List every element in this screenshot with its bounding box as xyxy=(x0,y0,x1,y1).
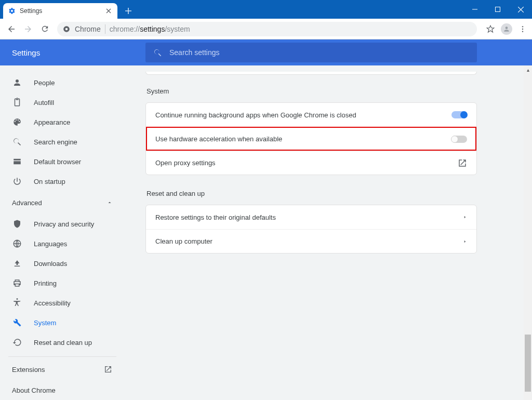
chrome-page-icon xyxy=(62,25,71,33)
svg-point-2 xyxy=(65,28,68,30)
sidebar-item-label: Downloads xyxy=(34,260,67,268)
scroll-up-button[interactable]: ▴ xyxy=(524,65,532,74)
forward-button xyxy=(21,22,35,36)
chevron-right-icon xyxy=(463,238,467,245)
settings-header: Settings xyxy=(0,39,532,65)
main-panel: System Continue running background apps … xyxy=(125,65,532,400)
sidebar-item-languages[interactable]: Languages xyxy=(0,234,125,254)
wrench-icon xyxy=(12,317,22,328)
sidebar-item-label: On startup xyxy=(34,178,65,185)
svg-point-3 xyxy=(522,26,523,27)
scrollbar-thumb[interactable] xyxy=(525,335,531,392)
omnibox-separator xyxy=(105,24,105,34)
row-background-apps[interactable]: Continue running background apps when Go… xyxy=(146,103,476,127)
section-title-system: System xyxy=(147,87,477,95)
row-label: Open proxy settings xyxy=(155,159,216,167)
omnibox-chip: Chrome xyxy=(75,25,101,33)
chevron-right-icon xyxy=(463,214,467,220)
sidebar-item-extensions[interactable]: Extensions xyxy=(0,359,125,380)
window-titlebar: Settings xyxy=(0,0,532,19)
sidebar-item-label: System xyxy=(34,319,56,327)
sidebar-item-label: Extensions xyxy=(12,366,45,374)
row-label: Use hardware acceleration when available xyxy=(155,135,282,143)
window-controls xyxy=(463,0,532,19)
sidebar-item-label: Printing xyxy=(34,279,57,287)
open-in-new-icon xyxy=(458,158,467,168)
omnibox[interactable]: Chrome chrome://settings/system xyxy=(57,22,477,36)
svg-point-5 xyxy=(522,31,523,32)
sidebar-item-privacy[interactable]: Privacy and security xyxy=(0,214,125,234)
sidebar-advanced-label: Advanced xyxy=(12,199,42,207)
sidebar-item-label: Privacy and security xyxy=(34,220,94,228)
browser-icon xyxy=(12,156,22,167)
section-title-reset: Reset and clean up xyxy=(147,190,477,197)
close-icon[interactable] xyxy=(105,7,112,15)
sidebar-divider xyxy=(8,356,116,357)
browser-tab[interactable]: Settings xyxy=(3,3,117,19)
row-restore-defaults[interactable]: Restore settings to their original defau… xyxy=(146,205,476,229)
omnibox-url: chrome://settings/system xyxy=(110,25,190,33)
sidebar-item-appearance[interactable]: Appearance xyxy=(0,112,125,132)
sidebar-item-downloads[interactable]: Downloads xyxy=(0,254,125,273)
content-area: People Autofill Appearance Search engine… xyxy=(0,65,532,400)
sidebar-item-search-engine[interactable]: Search engine xyxy=(0,132,125,152)
sidebar-item-about[interactable]: About Chrome xyxy=(0,380,125,400)
sidebar-item-label: Search engine xyxy=(34,138,77,146)
sidebar-item-label: About Chrome xyxy=(12,386,56,394)
scrollbar-track[interactable]: ▴ xyxy=(524,65,532,400)
row-label: Continue running background apps when Go… xyxy=(155,111,356,119)
tab-title: Settings xyxy=(20,7,101,15)
sidebar-item-autofill[interactable]: Autofill xyxy=(0,92,125,112)
profile-avatar[interactable] xyxy=(501,23,512,35)
back-button[interactable] xyxy=(4,22,19,36)
sidebar-item-people[interactable]: People xyxy=(0,73,125,92)
page-title: Settings xyxy=(12,48,145,57)
search-icon xyxy=(12,137,22,147)
open-in-new-icon xyxy=(103,365,113,374)
sidebar-advanced-toggle[interactable]: Advanced xyxy=(0,191,125,214)
sidebar-item-label: Default browser xyxy=(34,158,81,166)
row-label: Restore settings to their original defau… xyxy=(155,214,276,221)
sidebar-item-accessibility[interactable]: Accessibility xyxy=(0,293,125,313)
minimize-button[interactable] xyxy=(463,0,486,19)
maximize-button[interactable] xyxy=(486,0,509,19)
person-icon xyxy=(12,77,22,88)
power-icon xyxy=(12,176,22,186)
sidebar-item-system[interactable]: System xyxy=(0,313,125,332)
row-proxy-settings[interactable]: Open proxy settings xyxy=(146,151,476,175)
reload-button[interactable] xyxy=(37,22,52,36)
search-settings-box[interactable] xyxy=(145,43,477,62)
sidebar-item-label: Appearance xyxy=(34,118,70,126)
svg-point-4 xyxy=(522,28,523,29)
sidebar-item-label: Reset and clean up xyxy=(34,339,92,346)
clipboard-icon xyxy=(12,97,22,108)
toggle-background-apps[interactable] xyxy=(451,111,467,118)
search-settings-input[interactable] xyxy=(169,48,470,57)
restore-icon xyxy=(12,337,22,348)
gear-icon xyxy=(8,7,16,15)
window-close-button[interactable] xyxy=(509,0,532,19)
row-clean-up-computer[interactable]: Clean up computer xyxy=(146,229,476,253)
row-hardware-acceleration[interactable]: Use hardware acceleration when available xyxy=(146,127,476,151)
new-tab-button[interactable] xyxy=(123,5,134,17)
previous-card-edge xyxy=(145,72,477,75)
kebab-menu-icon[interactable] xyxy=(517,24,528,34)
palette-icon xyxy=(12,117,22,127)
svg-rect-0 xyxy=(496,7,500,12)
sidebar-item-on-startup[interactable]: On startup xyxy=(0,171,125,191)
sidebar-item-label: Autofill xyxy=(34,99,54,106)
sidebar-item-reset[interactable]: Reset and clean up xyxy=(0,332,125,352)
row-label: Clean up computer xyxy=(155,237,212,245)
sidebar-item-default-browser[interactable]: Default browser xyxy=(0,152,125,171)
sidebar-item-label: Accessibility xyxy=(34,299,71,307)
download-icon xyxy=(12,258,22,269)
shield-icon xyxy=(12,219,22,229)
globe-icon xyxy=(12,238,22,249)
address-bar: Chrome chrome://settings/system xyxy=(0,19,532,39)
search-icon xyxy=(153,48,162,57)
sidebar-item-printing[interactable]: Printing xyxy=(0,273,125,293)
star-icon[interactable] xyxy=(485,24,496,34)
toggle-hardware-acceleration[interactable] xyxy=(451,136,467,143)
reset-card: Restore settings to their original defau… xyxy=(145,205,477,254)
sidebar: People Autofill Appearance Search engine… xyxy=(0,65,125,400)
